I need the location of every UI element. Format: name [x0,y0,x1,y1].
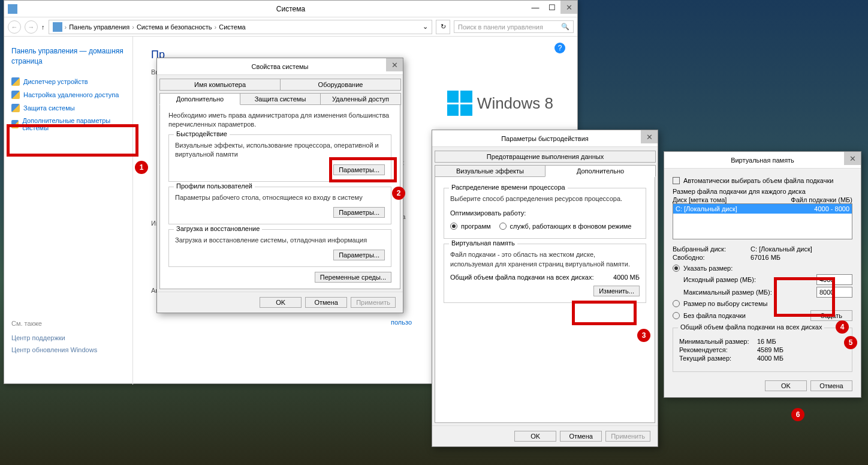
tab-computer-name[interactable]: Имя компьютера [159,79,281,91]
max-size-input[interactable] [816,287,852,298]
annotation-badge-3: 3 [637,329,650,342]
total-paging-group: Общий объем файла подкачки на всех диска… [673,328,852,372]
shield-icon [11,104,20,112]
help-icon[interactable]: ? [554,43,565,53]
virtual-memory-dialog: Виртуальная память ✕ Автоматически выбир… [664,151,861,398]
close-button[interactable]: ✕ [641,130,658,143]
sidebar-item-protection[interactable]: Защита системы [11,101,125,115]
apply-button[interactable]: Применить [351,297,396,308]
system-icon [8,4,17,14]
nav-bar: ← → ↑ › Панель управления › Система и бе… [4,17,577,37]
auto-manage-checkbox[interactable]: Автоматически выбирать объем файла подка… [673,177,852,184]
ok-button[interactable]: OK [260,297,302,308]
refresh-button[interactable]: ↻ [436,20,450,34]
windows-logo-icon [447,91,472,116]
annotation-badge-2: 2 [392,187,405,200]
sidebar-item-device-manager[interactable]: Диспетчер устройств [11,75,125,88]
virtual-memory-group: Виртуальная память Файл подкачки - это о… [444,244,646,303]
close-button[interactable]: ✕ [386,58,403,71]
performance-group: Быстродействие Визуальные эффекты, испол… [168,134,391,182]
apply-button[interactable]: Применить [605,431,650,442]
minimize-button[interactable]: — [527,1,544,14]
search-icon: 🔍 [561,23,569,31]
disk-list[interactable]: C: [Локальный диск] 4000 - 8000 [673,203,852,239]
radio-custom-size[interactable]: Указать размер: [673,265,852,272]
related-link-update[interactable]: Центр обновления Windows [11,344,125,356]
annotation-badge-6: 6 [791,408,804,421]
ok-button[interactable]: OK [514,431,556,442]
profiles-settings-button[interactable]: Параметры... [333,207,385,218]
disk-row[interactable]: C: [Локальный диск] 4000 - 8000 [673,204,852,214]
sidebar-item-advanced[interactable]: Дополнительные параметры системы [11,115,125,134]
up-button[interactable]: ↑ [41,23,45,31]
shield-icon [11,77,20,86]
ok-button[interactable]: OK [765,380,807,391]
back-button[interactable]: ← [8,20,21,34]
radio-programs[interactable]: программ [450,223,491,230]
sidebar-home-link[interactable]: Панель управления — домашняя страница [11,46,125,67]
dialog-title: Виртуальная память ✕ [664,152,861,169]
system-properties-dialog: Свойства системы ✕ Имя компьютера Оборуд… [156,58,403,313]
profiles-group: Профили пользователей Параметры рабочего… [168,187,391,224]
breadcrumb[interactable]: › Панель управления › Система и безопасн… [49,20,433,34]
dialog-title: Параметры быстродействия ✕ [432,130,658,147]
tab-advanced[interactable]: Дополнительно [159,93,240,105]
annotation-badge-1: 1 [135,161,148,174]
shield-icon [11,120,19,128]
maximize-button[interactable]: ☐ [544,1,560,14]
search-input[interactable]: Поиск в панели управления 🔍 [454,20,574,33]
titlebar: Система — ☐ ✕ [4,1,577,17]
close-button[interactable]: ✕ [844,152,861,165]
os-logo: Windows 8 [447,91,553,116]
cancel-button[interactable]: Отмена [810,380,852,391]
tab-remote[interactable]: Удаленный доступ [320,93,401,105]
cancel-button[interactable]: Отмена [305,297,347,308]
change-button[interactable]: Изменить... [593,286,640,296]
boot-settings-button[interactable]: Параметры... [333,250,385,260]
related-link-support[interactable]: Центр поддержки [11,332,125,344]
shield-icon [11,91,20,99]
radio-no-paging[interactable]: Без файла подкачки [673,312,746,319]
annotation-badge-5: 5 [844,336,857,349]
sidebar-item-remote[interactable]: Настройка удаленного доступа [11,88,125,101]
tab-dep[interactable]: Предотвращение выполнения данных [435,151,656,163]
set-button[interactable]: Задать [810,310,852,321]
tab-hardware[interactable]: Оборудование [280,79,401,91]
env-vars-button[interactable]: Переменные среды... [315,272,391,283]
related-heading: См. также [11,320,125,327]
forward-button[interactable]: → [25,20,38,34]
dialog-title: Свойства системы ✕ [157,58,403,75]
radio-services[interactable]: служб, работающих в фоновом режиме [499,223,632,230]
performance-settings-button[interactable]: Параметры... [333,164,385,175]
pc-icon [53,22,62,32]
performance-options-dialog: Параметры быстродействия ✕ Предотвращени… [432,130,658,447]
window-title: Система [276,5,305,13]
cpu-scheduling-group: Распределение времени процессора Выберит… [444,188,646,239]
cancel-button[interactable]: Отмена [560,431,602,442]
annotation-badge-4: 4 [836,320,849,334]
tab-visual[interactable]: Визуальные эффекты [435,165,545,177]
radio-system-size[interactable]: Размер по выбору системы [673,300,852,307]
sidebar: Панель управления — домашняя страница Ди… [4,37,133,385]
close-button[interactable]: ✕ [560,1,577,14]
tab-advanced[interactable]: Дополнительно [545,165,656,177]
tab-protection[interactable]: Защита системы [240,93,321,105]
boot-group: Загрузка и восстановление Загрузка и вос… [168,229,391,267]
initial-size-input[interactable] [816,274,852,285]
breadcrumb-dropdown-icon[interactable]: ⌄ [423,23,428,31]
